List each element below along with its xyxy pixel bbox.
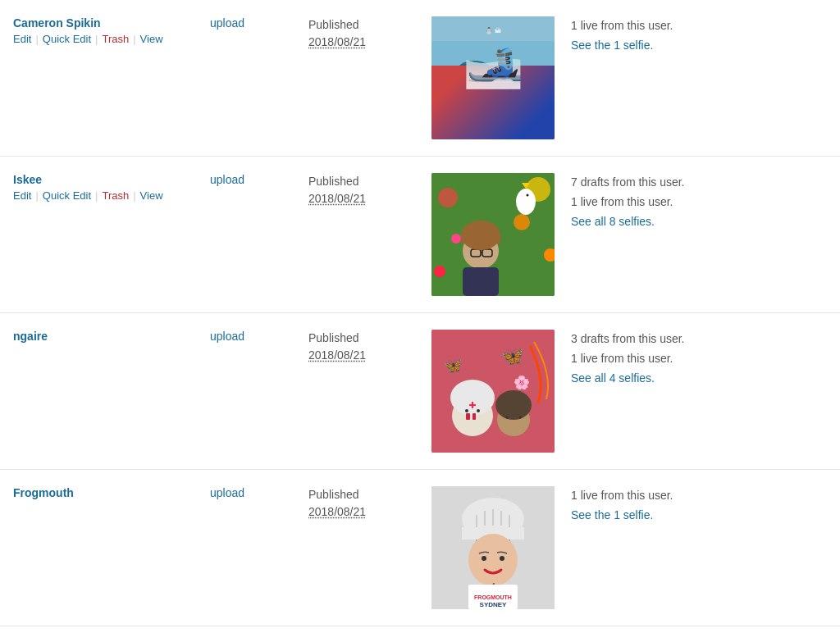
separator: | — [133, 33, 135, 45]
svg-point-51 — [482, 556, 486, 561]
status-date: 2018/08/21 — [308, 503, 431, 521]
thumbnail-column — [431, 173, 571, 296]
upload-link[interactable]: upload — [210, 330, 244, 343]
type-column: upload — [210, 330, 308, 343]
svg-point-45 — [506, 417, 509, 419]
type-column: upload — [210, 486, 308, 499]
thumbnail-column: ⛄ 🏔 — [431, 16, 571, 139]
users-table: Cameron Spikin Edit | Quick Edit | Trash… — [0, 0, 840, 642]
svg-point-3 — [458, 70, 491, 102]
row-actions: Edit | Quick Edit | Trash | View — [13, 189, 210, 202]
svg-rect-27 — [461, 234, 500, 244]
type-column: upload — [210, 16, 308, 30]
status-column: Published 2018/08/21 — [308, 330, 431, 364]
user-name-link[interactable]: ngaire — [13, 330, 210, 343]
info-text: 7 drafts from this user. 1 live from thi… — [571, 173, 827, 231]
svg-point-9 — [504, 88, 508, 91]
svg-point-7 — [469, 84, 472, 87]
svg-point-50 — [468, 534, 518, 586]
status-text: Published 2018/08/21 — [308, 488, 431, 521]
trash-link[interactable]: Trash — [102, 189, 129, 202]
edit-link[interactable]: Edit — [13, 189, 31, 202]
separator: | — [35, 33, 38, 45]
trash-link[interactable]: Trash — [102, 33, 129, 45]
status-date: 2018/08/21 — [308, 347, 431, 364]
info-column: 7 drafts from this user. 1 live from thi… — [571, 173, 827, 231]
svg-point-16 — [514, 214, 530, 230]
table-row: ngaire Edit | Quick Edit | Trash | View … — [0, 313, 840, 470]
thumbnail-column: 🦋 🌸 🦋 — [431, 330, 571, 453]
name-column: ngaire Edit | Quick Edit | Trash | View — [13, 330, 210, 344]
selfies-link[interactable]: See all 4 selfies. — [571, 371, 655, 385]
view-link[interactable]: View — [140, 33, 163, 45]
info-text: 3 drafts from this user. 1 live from thi… — [571, 330, 827, 388]
separator: | — [95, 189, 98, 202]
svg-text:SYDNEY: SYDNEY — [480, 601, 508, 608]
upload-link[interactable]: upload — [210, 486, 244, 499]
user-name-link[interactable]: Cameron Spikin — [13, 16, 210, 30]
svg-point-30 — [434, 266, 445, 277]
status-text: Published 2018/08/21 — [308, 175, 431, 207]
svg-point-46 — [519, 417, 522, 419]
svg-point-10 — [511, 88, 514, 91]
svg-point-40 — [477, 409, 480, 412]
svg-rect-22 — [463, 267, 499, 296]
svg-text:⛄ 🏔: ⛄ 🏔 — [485, 26, 501, 34]
svg-point-52 — [500, 556, 504, 561]
svg-point-8 — [476, 84, 479, 87]
svg-marker-2 — [431, 82, 489, 139]
table-row: Frogmouth Edit | Quick Edit | Trash | Vi… — [0, 470, 840, 626]
svg-rect-38 — [472, 413, 476, 420]
svg-text:🦋: 🦋 — [444, 357, 463, 375]
upload-link[interactable]: upload — [210, 16, 244, 30]
thumbnail-column: FROGMOUTH SYDNEY — [431, 486, 571, 609]
status-column: Published 2018/08/21 — [308, 486, 431, 521]
svg-text:FROGMOUTH: FROGMOUTH — [474, 594, 512, 600]
upload-link[interactable]: upload — [210, 173, 244, 186]
status-date: 2018/08/21 — [308, 190, 431, 207]
quick-edit-link[interactable]: Quick Edit — [43, 189, 91, 202]
info-text: 1 live from this user. See the 1 selfie. — [571, 486, 827, 526]
user-thumbnail — [431, 173, 555, 296]
svg-text:🦋: 🦋 — [501, 345, 524, 367]
name-column: Cameron Spikin Edit | Quick Edit | Trash… — [13, 16, 210, 45]
svg-point-5 — [456, 61, 492, 84]
status-text: Published 2018/08/21 — [308, 331, 431, 364]
table-row: Cameron Spikin Edit | Quick Edit | Trash… — [0, 0, 840, 157]
svg-point-20 — [527, 194, 529, 197]
user-thumbnail: 🦋 🌸 🦋 — [431, 330, 555, 453]
separator: | — [133, 189, 135, 202]
separator: | — [95, 33, 98, 45]
info-column: 1 live from this user. See the 1 selfie. — [571, 16, 827, 56]
svg-marker-1 — [431, 66, 555, 139]
user-name-link[interactable]: Iskee — [13, 173, 210, 186]
svg-text:🌸: 🌸 — [514, 375, 530, 390]
view-link[interactable]: View — [140, 189, 163, 202]
status-column: Published 2018/08/21 — [308, 173, 431, 207]
user-thumbnail: ⛄ 🏔 — [431, 16, 555, 139]
edit-link[interactable]: Edit — [13, 33, 31, 45]
separator: | — [35, 189, 38, 202]
svg-point-19 — [522, 192, 530, 200]
svg-rect-37 — [466, 413, 470, 420]
name-column: Iskee Edit | Quick Edit | Trash | View — [13, 173, 210, 202]
selfies-link[interactable]: See the 1 selfie. — [571, 508, 653, 521]
svg-point-14 — [438, 188, 458, 207]
svg-point-39 — [465, 409, 468, 412]
table-row: Iskee Edit | Quick Edit | Trash | View u… — [0, 157, 840, 313]
selfies-link[interactable]: See the 1 selfie. — [571, 39, 653, 52]
svg-point-36 — [450, 380, 495, 416]
info-text: 1 live from this user. See the 1 selfie. — [571, 16, 827, 56]
svg-point-4 — [495, 75, 524, 105]
user-name-link[interactable]: Frogmouth — [13, 486, 210, 499]
svg-point-44 — [495, 390, 532, 420]
quick-edit-link[interactable]: Quick Edit — [43, 33, 91, 45]
name-column: Frogmouth Edit | Quick Edit | Trash | Vi… — [13, 486, 210, 501]
info-column: 1 live from this user. See the 1 selfie. — [571, 486, 827, 526]
status-column: Published 2018/08/21 — [308, 16, 431, 51]
type-column: upload — [210, 173, 308, 186]
selfies-link[interactable]: See all 8 selfies. — [571, 215, 655, 228]
svg-point-6 — [493, 66, 526, 86]
svg-point-28 — [451, 234, 461, 244]
row-actions: Edit | Quick Edit | Trash | View — [13, 33, 210, 45]
